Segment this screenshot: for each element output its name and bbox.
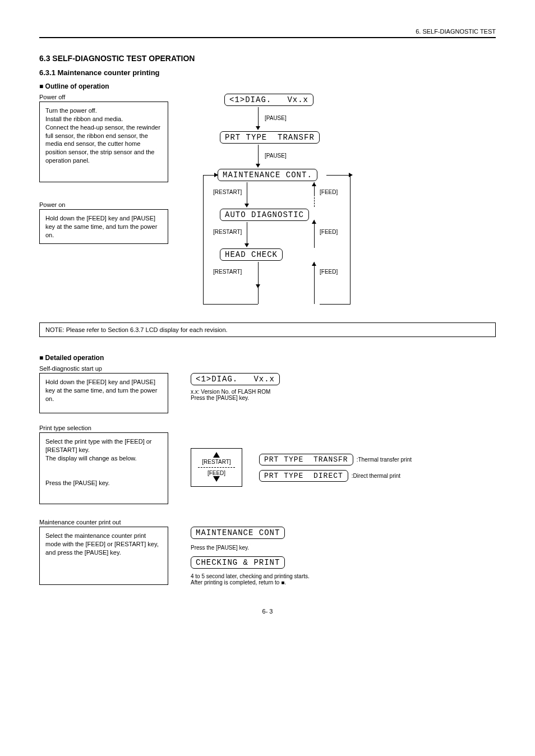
section-6-3-1-title: 6.3.1 Maintenance counter printing [39,68,496,77]
restart-label-3: [RESTART] [213,189,242,195]
power-on-label: Power on [39,201,168,208]
printtype-label: Print type selection [39,425,168,431]
lcd-maint-cont: MAINTENANCE CONT. [218,169,317,181]
outline-heading: ■ Outline of operation [39,82,496,90]
triangle-up-icon [213,452,220,458]
page-number: 6- 3 [39,608,496,615]
selfdiag-box: Hold down the [FEED] key and [PAUSE] key… [39,373,168,413]
lcd-direct: PRT TYPE DIRECT [259,470,348,482]
selfdiag-after: x.x: Version No. of FLASH ROM Press the … [191,389,496,401]
maintcount-after: 4 to 5 second later, checking and printi… [191,573,496,586]
arrow-down-icon [256,126,260,130]
note-line: NOTE: Please refer to Section 6.3.7 LCD … [39,322,496,337]
header-rule [39,37,496,38]
feed-key-label: [FEED] [191,470,242,476]
menu-flow-diagram: <1>DIAG. Vx.x [PAUSE] PRT TYPE TRANSFR [… [191,94,426,312]
printtype-box: Select the print type with the [FEED] or… [39,432,168,504]
arrow-up-icon [312,262,316,266]
lcd-maint-cont-2: MAINTENANCE CONT [191,527,285,539]
pause-label-1: [PAUSE] [265,115,287,121]
arrow-right-icon [214,173,218,177]
lcd-diag-2: <1>DIAG. Vx.x [191,373,280,385]
page-root: 6. SELF-DIAGNOSTIC TEST 6.3 SELF-DIAGNOS… [0,0,535,637]
power-on-box: Hold down the [FEED] key and [PAUSE] key… [39,209,168,244]
diagram-column: <1>DIAG. Vx.x [PAUSE] PRT TYPE TRANSFR [… [191,94,496,312]
arrow-up-icon [312,220,316,224]
maintcount-box: Select the maintenance counter print mod… [39,527,168,585]
lcd-auto-diag: AUTO DIAGNOSTIC [220,209,309,221]
arrow-down-icon [256,164,260,168]
detail-row-2: Print type selection Select the print ty… [39,425,496,504]
lcd-diag: <1>DIAG. Vx.x [224,94,313,106]
key-separator [198,467,235,468]
restart-key-label: [RESTART] [191,459,242,465]
pause-label-2: [PAUSE] [265,153,287,159]
detailed-op-heading: ■ Detailed operation [39,354,496,362]
triangle-down-icon [213,476,220,482]
feed-label-5: [FEED] [320,269,338,275]
arrow-down-icon [245,204,249,208]
left-column: Power off Turn the power off. Install th… [39,94,168,244]
key-cycle-block: [RESTART] [FEED] [191,448,242,487]
feed-label-4: [FEED] [320,229,338,235]
power-off-label: Power off [39,94,168,100]
power-off-box: Turn the power off. Install the ribbon a… [39,102,168,182]
direct-desc: :Direct thermal print [352,473,400,479]
maintcount-label: Maintenance counter print out [39,519,168,525]
arrow-down-icon [245,243,249,247]
section-header: 6. SELF-DIAGNOSTIC TEST [39,28,496,35]
lcd-transfr: PRT TYPE TRANSFR [259,454,353,465]
print-type-options: PRT TYPE TRANSFR :Thermal transfer print… [259,454,412,482]
detail-row-3: Maintenance counter print out Select the… [39,519,496,586]
lcd-checking-print: CHECKING & PRINT [191,556,285,569]
section-6-3-title: 6.3 SELF-DIAGNOSTIC TEST OPERATION [39,54,496,63]
feed-label-3: [FEED] [320,189,338,195]
restart-label-4: [RESTART] [213,229,242,235]
lcd-head-check: HEAD CHECK [220,248,283,261]
maintcount-mid: Press the [PAUSE] key. [191,545,496,551]
lcd-prt-type: PRT TYPE TRANSFR [220,131,320,144]
outline-row: Power off Turn the power off. Install th… [39,94,496,312]
restart-label-5: [RESTART] [213,269,242,275]
arrow-up-icon [312,182,316,186]
transfr-desc: :Thermal transfer print [357,457,412,463]
detail-row-1: Self-diagnostic start up Hold down the [… [39,365,496,413]
arrow-down-icon [256,284,260,288]
selfdiag-label: Self-diagnostic start up [39,365,168,372]
